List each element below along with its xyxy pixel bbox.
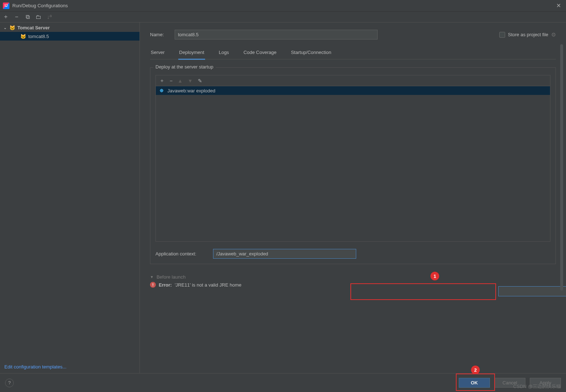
watermark: CSDN @三边的快乐猫 <box>513 383 561 390</box>
tree-group-tomcat[interactable]: ⌄ 🐱 Tomcat Server <box>0 23 140 32</box>
ok-button[interactable]: OK <box>459 378 490 388</box>
deploy-list: Javaweb:war exploded <box>155 86 550 242</box>
deploy-down-button[interactable]: ▼ <box>188 78 193 84</box>
tab-deployment[interactable]: Deployment <box>178 50 205 60</box>
deploy-item[interactable]: Javaweb:war exploded <box>156 86 550 95</box>
config-sidebar: ⌄ 🐱 Tomcat Server 🐱 tomcat8.5 Edit confi… <box>0 22 140 373</box>
store-project-label: Store as project file <box>508 32 548 37</box>
tree-item-label: tomcat8.5 <box>28 34 49 39</box>
deploy-toolbar: ＋ − ▲ ▼ ✎ <box>155 75 550 86</box>
config-content: Name: Store as project file ⚙ Server Dep… <box>140 22 566 373</box>
deploy-item-label: Javaweb:war exploded <box>167 88 215 93</box>
deploy-remove-button[interactable]: − <box>170 78 172 84</box>
tomcat-icon: 🐱 <box>20 34 27 39</box>
before-launch-label: Before launch <box>157 274 186 280</box>
name-input[interactable] <box>175 30 378 39</box>
close-icon[interactable]: ✕ <box>554 2 563 9</box>
tomcat-icon: 🐱 <box>9 25 16 30</box>
deploy-add-button[interactable]: ＋ <box>159 78 165 84</box>
tab-code-coverage[interactable]: Code Coverage <box>243 50 277 59</box>
context-dropdown[interactable]: ▼ <box>498 286 566 296</box>
window-title: Run/Debug Configurations <box>12 3 554 8</box>
config-tabs: Server Deployment Logs Code Coverage Sta… <box>150 50 556 59</box>
gear-icon[interactable]: ⚙ <box>551 32 556 38</box>
annotation-callout-2: 2 <box>471 366 480 374</box>
deploy-fieldset: Deploy at the server startup ＋ − ▲ ▼ ✎ J… <box>150 67 556 264</box>
context-label: Application context: <box>155 251 208 257</box>
help-button[interactable]: ? <box>5 379 14 387</box>
deploy-legend: Deploy at the server startup <box>153 64 216 70</box>
add-config-button[interactable]: ＋ <box>2 13 9 21</box>
application-context-input[interactable] <box>213 249 356 259</box>
chevron-down-icon: ⌄ <box>4 26 9 30</box>
edit-templates-link[interactable]: Edit configuration templates... <box>0 360 140 373</box>
store-project-checkbox[interactable] <box>499 32 505 38</box>
error-message: 'JRE11' is not a valid JRE home <box>175 282 241 288</box>
intellij-icon: IJ <box>3 3 9 9</box>
error-row: ! Error: 'JRE11' is not a valid JRE home <box>150 280 556 290</box>
deploy-up-button[interactable]: ▲ <box>178 78 183 84</box>
title-bar: IJ Run/Debug Configurations ✕ <box>0 0 566 12</box>
tab-logs[interactable]: Logs <box>218 50 230 59</box>
error-prefix: Error: <box>159 282 172 288</box>
folder-config-button[interactable]: 🗀 <box>35 14 42 20</box>
copy-config-button[interactable]: ⧉ <box>24 14 31 20</box>
tree-item-tomcat85[interactable]: 🐱 tomcat8.5 <box>0 32 140 41</box>
name-label: Name: <box>150 32 167 37</box>
tab-startup[interactable]: Startup/Connection <box>290 50 332 59</box>
config-tree: ⌄ 🐱 Tomcat Server 🐱 tomcat8.5 <box>0 22 140 360</box>
config-toolbar: ＋ − ⧉ 🗀 ↓ª <box>0 12 566 22</box>
content-scrollbar[interactable] <box>559 44 564 298</box>
dialog-footer: ? OK 2 Cancel Apply CSDN @三边的快乐猫 <box>0 373 566 392</box>
artifact-icon <box>159 88 165 93</box>
remove-config-button[interactable]: − <box>13 14 20 20</box>
sort-config-button[interactable]: ↓ª <box>46 14 53 20</box>
tree-group-label: Tomcat Server <box>17 25 50 30</box>
scrollbar-thumb[interactable] <box>560 44 563 291</box>
before-launch-section[interactable]: ▼ Before launch <box>150 274 556 280</box>
error-icon: ! <box>150 282 156 288</box>
tab-server[interactable]: Server <box>150 50 165 59</box>
triangle-down-icon: ▼ <box>150 275 154 279</box>
deploy-edit-button[interactable]: ✎ <box>198 78 202 84</box>
annotation-callout-1: 1 <box>430 272 439 280</box>
